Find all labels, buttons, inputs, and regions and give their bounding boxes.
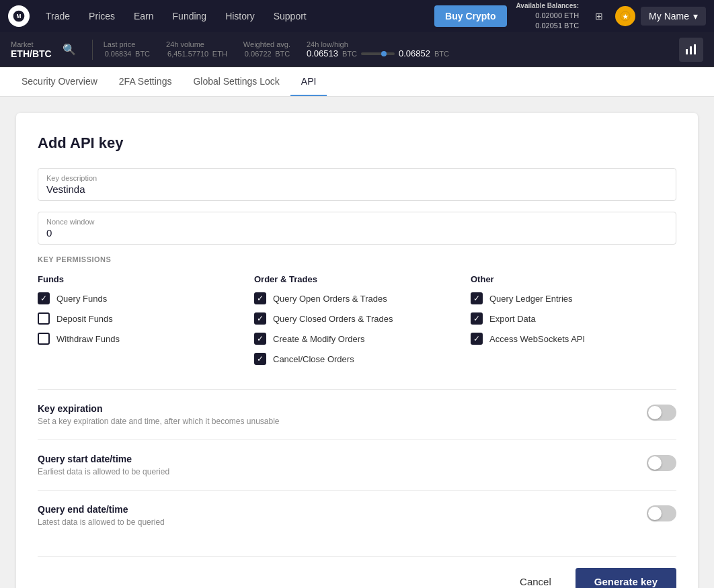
last-price-label: Last price [104, 40, 150, 48]
checkbox-withdraw-funds[interactable] [38, 333, 50, 345]
volume-label: 24h volume [166, 40, 227, 48]
tab-api[interactable]: API [290, 68, 327, 96]
perm-query-open-orders-label: Query Open Orders & Trades [273, 294, 387, 304]
query-start-toggle[interactable] [647, 455, 676, 471]
secondary-nav: Security Overview 2FA Settings Global Se… [0, 67, 714, 97]
query-end-toggle-thumb [648, 507, 662, 520]
query-end-info: Query end date/time Latest data is allow… [38, 504, 165, 527]
checkbox-query-funds[interactable]: ✓ [38, 292, 50, 304]
nav-funding[interactable]: Funding [165, 7, 215, 26]
perm-cancel-close-orders-label: Cancel/Close Orders [273, 354, 354, 364]
checkbox-query-open-orders[interactable]: ✓ [254, 292, 266, 304]
nav-support[interactable]: Support [266, 7, 315, 26]
last-price-value: 0.06834 BTC [104, 48, 150, 58]
buy-crypto-button[interactable]: Buy Crypto [434, 5, 506, 27]
svg-text:M: M [17, 13, 22, 19]
range-bar [361, 52, 395, 55]
balances-label: Available Balances: [516, 1, 580, 11]
perm-query-ledger-label: Query Ledger Entries [489, 294, 573, 304]
query-start-title: Query start date/time [38, 454, 169, 464]
nav-history[interactable]: History [217, 7, 263, 26]
key-expiration-info: Key expiration Set a key expiration date… [38, 403, 280, 426]
tab-global-settings-lock[interactable]: Global Settings Lock [182, 68, 290, 96]
funds-column: Funds ✓ Query Funds Deposit Funds Withdr… [38, 274, 243, 373]
other-title: Other [471, 274, 676, 284]
action-row: Cancel Generate key [38, 556, 676, 588]
svg-text:★: ★ [623, 13, 629, 20]
nav-trade[interactable]: Trade [38, 7, 78, 26]
perm-query-open-orders[interactable]: ✓ Query Open Orders & Trades [254, 292, 460, 304]
key-expiration-title: Key expiration [38, 403, 280, 414]
perm-export-data[interactable]: ✓ Export Data [471, 312, 676, 325]
checkbox-export-data[interactable]: ✓ [471, 312, 483, 325]
orders-column: Order & Trades ✓ Query Open Orders & Tra… [254, 274, 460, 373]
perm-deposit-funds[interactable]: Deposit Funds [38, 312, 243, 325]
orders-title: Order & Trades [254, 274, 460, 284]
grid-icon[interactable]: ⊞ [588, 5, 610, 27]
checkbox-deposit-funds[interactable] [38, 312, 50, 325]
key-expiration-desc: Set a key expiration date and time, afte… [38, 417, 280, 426]
available-balances: Available Balances: 0.02000 ETH 0.02051 … [516, 1, 580, 32]
cancel-button[interactable]: Cancel [506, 569, 565, 588]
key-description-label: Key description [46, 174, 668, 182]
perm-withdraw-funds[interactable]: Withdraw Funds [38, 333, 243, 345]
generate-key-button[interactable]: Generate key [576, 568, 676, 588]
high-value: 0.06852 [399, 48, 430, 58]
perm-create-modify-orders-label: Create & Modify Orders [273, 334, 365, 344]
svg-rect-5 [690, 46, 692, 54]
nonce-window-value: 0 [46, 227, 668, 239]
perm-create-modify-orders[interactable]: ✓ Create & Modify Orders [254, 333, 460, 345]
tab-security-overview[interactable]: Security Overview [11, 68, 108, 96]
perm-withdraw-funds-label: Withdraw Funds [56, 334, 120, 344]
chevron-down-icon: ▾ [693, 11, 698, 22]
key-expiration-toggle[interactable] [647, 405, 676, 421]
query-start-info: Query start date/time Earliest data is a… [38, 454, 169, 476]
nonce-window-field[interactable]: Nonce window 0 [38, 212, 676, 245]
perm-query-ledger[interactable]: ✓ Query Ledger Entries [471, 292, 676, 304]
other-column: Other ✓ Query Ledger Entries ✓ Export Da… [471, 274, 676, 373]
top-nav: M Trade Prices Earn Funding History Supp… [0, 0, 714, 32]
checkbox-query-closed-orders[interactable]: ✓ [254, 312, 266, 325]
nav-earn[interactable]: Earn [126, 7, 162, 26]
query-end-title: Query end date/time [38, 504, 165, 515]
main-content: Add API key Key description Vestinda Non… [0, 97, 714, 588]
checkbox-cancel-close-orders[interactable]: ✓ [254, 353, 266, 365]
query-start-section: Query start date/time Earliest data is a… [38, 439, 676, 490]
weighted-label: Weighted avg. [243, 40, 290, 48]
gold-badge-icon[interactable]: ★ [615, 6, 635, 26]
checkbox-create-modify-orders[interactable]: ✓ [254, 333, 266, 345]
balance-btc: 0.02051 BTC [516, 21, 580, 31]
user-menu-button[interactable]: My Name ▾ [641, 7, 706, 26]
svg-rect-6 [694, 44, 696, 54]
perm-deposit-funds-label: Deposit Funds [56, 314, 113, 324]
perm-query-closed-orders[interactable]: ✓ Query Closed Orders & Trades [254, 312, 460, 325]
query-end-section: Query end date/time Latest data is allow… [38, 490, 676, 540]
perm-websockets[interactable]: ✓ Access WebSockets API [471, 333, 676, 345]
key-description-field[interactable]: Key description Vestinda [38, 168, 676, 201]
perm-query-funds[interactable]: ✓ Query Funds [38, 292, 243, 304]
lowhigh-stat: 24h low/high 0.06513 BTC 0.06852 BTC [307, 40, 449, 58]
permissions-title: KEY PERMISSIONS [38, 255, 676, 263]
perm-cancel-close-orders[interactable]: ✓ Cancel/Close Orders [254, 353, 460, 365]
search-button[interactable]: 🔍 [57, 40, 81, 58]
checkbox-query-ledger[interactable]: ✓ [471, 292, 483, 304]
market-pair-info: Market ETH/BTC [11, 40, 52, 59]
logo[interactable]: M [8, 5, 30, 27]
query-end-toggle[interactable] [647, 505, 676, 521]
chart-toggle-button[interactable] [679, 38, 703, 62]
nav-prices[interactable]: Prices [81, 7, 123, 26]
market-pair-value: ETH/BTC [11, 48, 52, 59]
volume-stat: 24h volume 6,451.57710 ETH [166, 40, 227, 58]
key-description-value: Vestinda [46, 183, 668, 195]
volume-value: 6,451.57710 ETH [166, 48, 227, 58]
market-label: Market [11, 40, 52, 48]
last-price-stat: Last price 0.06834 BTC [104, 40, 150, 58]
low-value: 0.06513 [307, 48, 338, 58]
weighted-value: 0.06722 BTC [243, 48, 290, 58]
checkbox-websockets[interactable]: ✓ [471, 333, 483, 345]
add-api-key-card: Add API key Key description Vestinda Non… [16, 113, 698, 588]
lowhigh-label: 24h low/high [307, 40, 449, 48]
perm-websockets-label: Access WebSockets API [489, 334, 585, 344]
tab-2fa-settings[interactable]: 2FA Settings [108, 68, 183, 96]
perm-query-funds-label: Query Funds [56, 294, 107, 304]
